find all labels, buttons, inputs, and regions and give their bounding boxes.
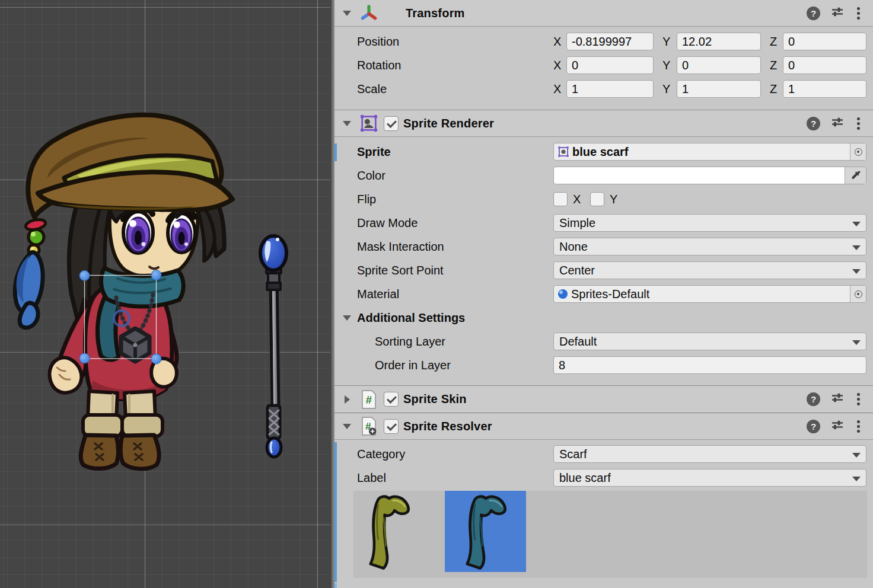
presets-icon[interactable]	[830, 418, 845, 435]
transform-component: Transform ? Position X -0.81	[334, 0, 873, 110]
material-asset-icon	[557, 288, 569, 300]
selection-handle[interactable]	[151, 354, 161, 364]
foldout-closed-icon[interactable]	[343, 395, 351, 404]
component-title: Transform	[406, 7, 465, 20]
label-value: blue scarf	[559, 471, 611, 484]
flip-y-checkbox[interactable]	[590, 192, 604, 206]
sprite-label: Sprite	[357, 143, 391, 161]
rotation-z-field[interactable]: 0	[783, 56, 866, 74]
component-title: Sprite Resolver	[403, 420, 492, 433]
inspector-panel: Transform ? Position X -0.81	[334, 0, 873, 588]
scale-x-field[interactable]: 1	[566, 80, 654, 98]
chevron-down-icon	[852, 269, 861, 274]
thumbnail-green-scarf[interactable]	[362, 494, 416, 571]
chevron-down-icon	[852, 222, 861, 226]
selection-handle[interactable]	[151, 270, 161, 280]
script-plus-icon: #	[359, 417, 378, 436]
sprite-skin-header[interactable]: # Sprite Skin ?	[334, 386, 873, 413]
enabled-checkbox[interactable]	[384, 116, 399, 131]
material-object-field[interactable]: Sprites-Default	[553, 285, 866, 303]
scale-label: Scale	[357, 80, 387, 98]
sorting-layer-label: Sorting Layer	[375, 333, 445, 350]
chevron-down-icon	[852, 453, 861, 458]
object-picker-icon[interactable]	[850, 143, 866, 160]
presets-icon[interactable]	[830, 115, 845, 132]
sorting-layer-row: Sorting Layer Default	[334, 333, 873, 350]
order-in-layer-label: Order in Layer	[375, 356, 451, 374]
more-options-icon[interactable]	[857, 12, 860, 15]
panel-divider[interactable]	[330, 0, 334, 588]
script-icon: #	[359, 390, 378, 409]
help-icon[interactable]: ?	[807, 392, 820, 406]
help-icon[interactable]: ?	[807, 7, 820, 20]
foldout-open-icon[interactable]	[343, 9, 351, 17]
order-in-layer-field[interactable]: 8	[553, 356, 866, 374]
sprite-renderer-header[interactable]: Sprite Renderer ?	[334, 110, 873, 137]
scene-view[interactable]	[0, 0, 330, 588]
sorting-layer-dropdown[interactable]: Default	[553, 333, 866, 350]
mask-interaction-label: Mask Interaction	[357, 238, 444, 255]
foldout-open-icon[interactable]	[343, 314, 351, 322]
svg-text:#: #	[366, 393, 372, 405]
more-options-icon[interactable]	[857, 398, 860, 401]
draw-mode-dropdown[interactable]: Simple	[553, 214, 866, 232]
category-dropdown[interactable]: Scarf	[553, 445, 866, 463]
transform-header[interactable]: Transform ?	[334, 0, 873, 27]
position-y-field[interactable]: 12.02	[677, 33, 761, 50]
axis-z-label: Z	[770, 80, 783, 98]
sprite-value: blue scarf	[572, 143, 628, 160]
axis-z-label: Z	[770, 56, 783, 74]
sprite-skin-component: # Sprite Skin ?	[334, 386, 873, 413]
foldout-open-icon[interactable]	[343, 119, 351, 127]
sprite-sort-point-value: Center	[559, 264, 595, 277]
label-dropdown[interactable]: blue scarf	[553, 469, 866, 487]
hat-beads-feather	[15, 217, 46, 328]
position-z-field[interactable]: 0	[783, 33, 866, 50]
object-picker-icon[interactable]	[850, 286, 866, 302]
category-row: Category Scarf	[334, 445, 873, 463]
foldout-open-icon[interactable]	[343, 422, 351, 430]
rotation-y-field[interactable]: 0	[677, 56, 761, 74]
axis-y-label: Y	[662, 56, 677, 74]
position-label: Position	[357, 33, 399, 50]
presets-icon[interactable]	[830, 5, 845, 22]
scale-y-field[interactable]: 1	[677, 80, 761, 98]
sprite-sort-point-dropdown[interactable]: Center	[553, 261, 866, 279]
axis-x-label: X	[553, 56, 566, 74]
additional-settings-row[interactable]: Additional Settings	[334, 309, 873, 327]
selection-handle[interactable]	[79, 353, 90, 363]
more-options-icon[interactable]	[857, 122, 860, 125]
material-value: Sprites-Default	[571, 286, 649, 302]
help-icon[interactable]: ?	[807, 117, 820, 130]
staff-sprite[interactable]	[260, 236, 286, 457]
color-label: Color	[357, 167, 385, 184]
rotation-x-field[interactable]: 0	[566, 56, 654, 74]
axis-y-label: Y	[662, 80, 677, 98]
flip-x-label: X	[573, 190, 581, 208]
axis-x-label: X	[553, 33, 566, 50]
more-options-icon[interactable]	[857, 425, 860, 428]
axis-y-label: Y	[662, 33, 677, 50]
flip-x-checkbox[interactable]	[553, 192, 568, 206]
selection-handle[interactable]	[79, 271, 90, 281]
character-sprite[interactable]	[15, 115, 232, 469]
scale-z-field[interactable]: 1	[783, 80, 866, 98]
mask-interaction-value: None	[559, 240, 588, 253]
eyedropper-icon[interactable]	[845, 167, 866, 184]
color-swatch[interactable]	[553, 167, 866, 184]
sprite-sort-point-row: Sprite Sort Point Center	[334, 261, 873, 279]
thumbnail-blue-scarf[interactable]	[458, 494, 513, 571]
sprite-asset-icon	[557, 145, 570, 158]
enabled-checkbox[interactable]	[384, 419, 399, 434]
sprite-object-field[interactable]: blue scarf	[553, 143, 866, 161]
order-in-layer-row: Order in Layer 8	[334, 356, 873, 374]
sprite-sort-point-label: Sprite Sort Point	[357, 261, 444, 279]
axis-z-label: Z	[770, 33, 783, 50]
sorting-layer-value: Default	[559, 335, 597, 348]
mask-interaction-dropdown[interactable]: None	[553, 238, 866, 255]
sprite-resolver-header[interactable]: # Sprite Resolver ?	[334, 413, 873, 440]
position-x-field[interactable]: -0.8199997	[566, 33, 654, 50]
presets-icon[interactable]	[830, 391, 845, 408]
help-icon[interactable]: ?	[807, 420, 820, 433]
enabled-checkbox[interactable]	[384, 392, 399, 407]
